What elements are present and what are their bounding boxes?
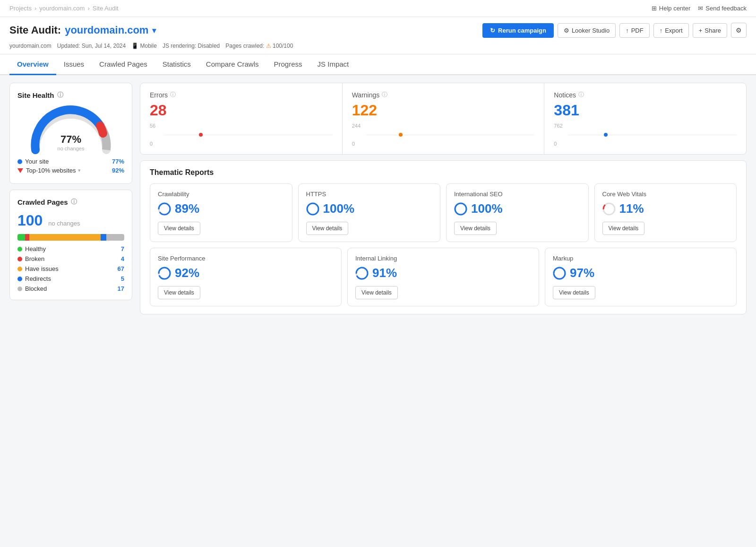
metric-value: 28 [150,102,333,119]
svg-text:no changes: no changes [58,146,85,151]
report-name: Markup [553,255,729,262]
rerun-label: Rerun campaign [498,27,546,34]
pages-bar [17,234,124,241]
status-label: Healthy [25,245,46,252]
report-name: Site Performance [158,255,334,262]
mini-chart: 762 0 [554,123,737,147]
chart-dot [199,133,203,137]
settings-button[interactable]: ⚙ [731,23,747,38]
tab-progress[interactable]: Progress [266,54,310,75]
crawled-pages-title: Crawled Pages ⓘ [17,198,124,206]
bar-segment-f5a623 [29,234,101,241]
tab-compare-crawls[interactable]: Compare Crawls [198,54,266,75]
thematic-title: Thematic Reports [150,168,737,177]
tab-statistics[interactable]: Statistics [155,54,198,75]
mini-chart: 56 0 [150,123,333,147]
looker-icon: ⚙ [564,27,569,34]
chart-bottom-label: 0 [352,141,355,147]
report-name: Internal Linking [355,255,531,262]
domain-name[interactable]: yourdomain.com [65,24,148,36]
report-item-https: HTTPS 100% View details [298,183,441,242]
header-buttons: ↻ Rerun campaign ⚙ Looker Studio ↑ PDF ↑… [482,23,747,38]
looker-label: Looker Studio [572,27,610,34]
top10-label: Top-10% websites [26,167,76,174]
chevron-down-icon[interactable]: ▾ [152,26,156,35]
feedback-label: Send feedback [705,5,747,12]
breadcrumb-projects[interactable]: Projects [9,5,32,12]
looker-studio-button[interactable]: ⚙ Looker Studio [558,23,616,38]
chart-line [568,135,737,135]
status-label: Have issues [25,265,59,272]
report-item-international-seo: International SEO 100% View details [446,183,589,242]
svg-point-4 [159,203,170,215]
share-button[interactable]: + Share [693,23,727,38]
view-details-button[interactable]: View details [306,222,349,235]
status-count: 4 [121,255,124,262]
view-details-button[interactable]: View details [454,222,497,235]
bar-segment-2ecc40 [17,234,25,241]
status-label: Blocked [25,285,47,292]
metric-value: 381 [554,102,737,119]
breadcrumb: Projects › yourdomain.com › Site Audit [9,5,119,12]
report-percent: 92% [158,266,334,280]
ring-icon [553,267,566,280]
report-name: HTTPS [306,191,433,198]
status-row-healthy: Healthy 7 [17,245,124,252]
export-button[interactable]: ↑ Export [653,23,689,38]
chart-top-label: 762 [554,123,562,129]
view-details-button[interactable]: View details [158,222,200,235]
feedback-link[interactable]: ✉ Send feedback [698,5,747,12]
report-percent: 97% [553,266,729,280]
export-icon: ↑ [660,27,663,34]
tab-issues[interactable]: Issues [56,54,92,75]
ring-icon [306,202,319,216]
your-site-label: Your site [25,158,49,165]
status-list: Healthy 7 Broken 4 Have issues 67 Redire… [17,245,124,292]
metric-card-errors: Errors ⓘ 28 56 0 [140,83,343,154]
metric-info-icon[interactable]: ⓘ [578,91,584,99]
crawled-count-row: 100 no changes [17,212,124,229]
metric-label: Errors ⓘ [150,91,333,99]
tab-crawled-pages[interactable]: Crawled Pages [92,54,155,75]
chart-bottom-label: 0 [150,141,153,147]
pdf-button[interactable]: ↑ PDF [619,23,650,38]
chart-dot [604,133,608,137]
reports-grid-row2: Site Performance 92% View details Intern… [150,248,737,306]
status-dot [17,287,22,291]
view-details-button[interactable]: View details [602,222,645,235]
meta-pages: Pages crawled: ⚠ 100/100 [225,43,293,49]
meta-updated: Updated: Sun, Jul 14, 2024 [57,43,126,49]
svg-point-6 [307,203,318,215]
status-row-have-issues: Have issues 67 [17,265,124,272]
status-row-redirects: Redirects 5 [17,275,124,282]
header: Site Audit: yourdomain.com ▾ ↻ Rerun cam… [0,17,756,54]
crawled-pages-info-icon[interactable]: ⓘ [71,198,77,206]
report-percent: 100% [306,201,433,216]
rerun-icon: ↻ [490,27,495,34]
status-label: Broken [25,255,44,262]
rerun-campaign-button[interactable]: ↻ Rerun campaign [482,23,554,38]
tab-js-impact[interactable]: JS Impact [310,54,357,75]
metric-value: 122 [352,102,535,119]
top-actions: ⊞ Help center ✉ Send feedback [652,5,747,12]
top10-chevron-icon[interactable]: ▾ [78,167,81,174]
report-percent: 100% [454,201,581,216]
title-prefix: Site Audit: [9,24,61,36]
view-details-button[interactable]: View details [355,286,398,299]
gauge-container: 77% no changes [17,105,124,152]
bar-segment-bbb [106,234,124,241]
tab-overview[interactable]: Overview [9,54,56,75]
view-details-button[interactable]: View details [158,286,200,299]
chart-top-label: 244 [352,123,361,129]
status-count: 7 [121,245,124,252]
pages-count: 100/100 [273,43,293,49]
metric-info-icon[interactable]: ⓘ [382,91,387,99]
metric-info-icon[interactable]: ⓘ [170,91,176,99]
site-health-info-icon[interactable]: ⓘ [57,91,63,99]
pdf-icon: ↑ [626,27,629,34]
breadcrumb-domain[interactable]: yourdomain.com [39,5,85,12]
status-dot [17,267,22,271]
help-label: Help center [659,5,690,12]
view-details-button[interactable]: View details [553,286,595,299]
help-center-link[interactable]: ⊞ Help center [652,5,690,12]
